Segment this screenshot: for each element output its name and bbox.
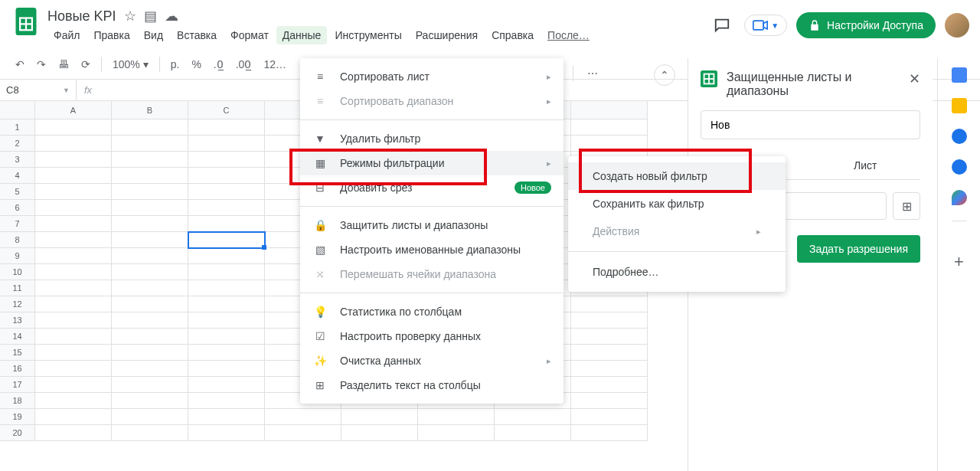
menu-edit[interactable]: Правка — [87, 26, 136, 44]
filter-views-item[interactable]: ▦Режимы фильтрации▸ — [300, 151, 564, 175]
row-header[interactable]: 2 — [0, 136, 35, 152]
cell[interactable] — [35, 136, 112, 152]
cell[interactable] — [112, 168, 188, 184]
cell[interactable] — [112, 345, 188, 361]
cell[interactable] — [188, 248, 265, 264]
cell[interactable] — [188, 216, 265, 232]
remove-filter-item[interactable]: ▼Удалить фильтр — [300, 126, 564, 151]
cloud-icon[interactable]: ☁ — [165, 8, 178, 25]
cell[interactable] — [341, 425, 418, 441]
cell[interactable] — [571, 377, 648, 393]
cell[interactable] — [188, 425, 265, 441]
cell[interactable] — [188, 377, 265, 393]
cell[interactable] — [35, 377, 112, 393]
cell[interactable] — [188, 345, 265, 361]
menu-format[interactable]: Формат — [224, 26, 275, 44]
cell[interactable] — [112, 264, 188, 280]
cell[interactable] — [112, 296, 188, 312]
cell[interactable] — [571, 296, 648, 312]
percent-button[interactable]: % — [187, 55, 205, 74]
column-header[interactable]: C — [188, 101, 265, 119]
sheets-logo[interactable] — [11, 6, 41, 37]
cell[interactable] — [188, 296, 265, 312]
cell[interactable] — [112, 393, 188, 409]
keep-icon[interactable] — [952, 98, 967, 113]
cell[interactable] — [112, 232, 188, 248]
cell[interactable] — [35, 248, 112, 264]
cell[interactable] — [188, 329, 265, 345]
cell[interactable] — [35, 119, 112, 136]
cell[interactable] — [35, 345, 112, 361]
row-header[interactable]: 16 — [0, 361, 35, 377]
cell[interactable] — [571, 361, 648, 377]
row-header[interactable]: 17 — [0, 377, 35, 393]
cell[interactable] — [265, 425, 341, 441]
maps-icon[interactable] — [952, 190, 967, 205]
cell[interactable] — [35, 264, 112, 280]
menu-data[interactable]: Данные — [276, 26, 328, 44]
cell[interactable] — [112, 280, 188, 296]
cell[interactable] — [571, 119, 648, 136]
row-header[interactable]: 6 — [0, 200, 35, 216]
calendar-icon[interactable] — [952, 67, 967, 83]
row-header[interactable]: 11 — [0, 280, 35, 296]
contacts-icon[interactable] — [952, 159, 967, 175]
add-slicer-item[interactable]: ⊟Добавить срезНовое — [300, 175, 564, 200]
column-header[interactable]: A — [35, 101, 112, 119]
protect-item[interactable]: 🔒Защитить листы и диапазоны — [300, 213, 564, 237]
cell[interactable] — [188, 264, 265, 280]
row-header[interactable]: 3 — [0, 152, 35, 168]
cell[interactable] — [112, 409, 188, 425]
cell[interactable] — [188, 119, 265, 136]
set-permissions-button[interactable]: Задать разрешения — [797, 235, 920, 263]
cell[interactable] — [112, 119, 188, 136]
row-header[interactable]: 13 — [0, 312, 35, 329]
cell[interactable] — [112, 136, 188, 152]
row-header[interactable]: 5 — [0, 184, 35, 200]
menu-extensions[interactable]: Расширения — [410, 26, 484, 44]
share-button[interactable]: Настройки Доступа — [796, 12, 936, 38]
cell[interactable] — [35, 168, 112, 184]
cell[interactable] — [35, 312, 112, 329]
row-header[interactable]: 10 — [0, 264, 35, 280]
cell[interactable] — [571, 425, 648, 441]
cell[interactable] — [188, 393, 265, 409]
close-icon[interactable]: ✕ — [909, 70, 920, 87]
star-icon[interactable]: ☆ — [124, 8, 136, 25]
cell[interactable] — [571, 409, 648, 425]
cell[interactable] — [188, 232, 265, 248]
meet-button[interactable]: ▼ — [744, 15, 787, 36]
cell[interactable] — [571, 345, 648, 361]
row-header[interactable]: 20 — [0, 425, 35, 441]
named-ranges-item[interactable]: ▧Настроить именованные диапазоны — [300, 237, 564, 262]
tab-sheet[interactable]: Лист — [811, 152, 921, 179]
cell[interactable] — [35, 280, 112, 296]
create-filter-item[interactable]: Создать новый фильтр — [568, 162, 786, 190]
document-title[interactable]: Новые KPI — [47, 8, 116, 25]
row-header[interactable]: 14 — [0, 329, 35, 345]
cell[interactable] — [112, 216, 188, 232]
cell[interactable] — [341, 409, 418, 425]
menu-tools[interactable]: Инструменты — [328, 26, 407, 44]
cell[interactable] — [112, 200, 188, 216]
move-icon[interactable]: ▤ — [144, 8, 157, 25]
row-header[interactable]: 7 — [0, 216, 35, 232]
cell[interactable] — [35, 409, 112, 425]
cell[interactable] — [35, 216, 112, 232]
row-header[interactable]: 18 — [0, 393, 35, 409]
row-header[interactable]: 4 — [0, 168, 35, 184]
name-box[interactable]: C8▼ — [0, 80, 77, 100]
data-cleanup-item[interactable]: ✨Очистка данных▸ — [300, 348, 564, 373]
collapse-toolbar-icon[interactable]: ⌃ — [654, 64, 675, 86]
undo-icon[interactable]: ↶ — [11, 55, 29, 74]
cell[interactable] — [495, 425, 571, 441]
cell[interactable] — [35, 184, 112, 200]
row-header[interactable]: 12 — [0, 296, 35, 312]
cell[interactable] — [35, 200, 112, 216]
cell[interactable] — [418, 409, 495, 425]
row-header[interactable]: 8 — [0, 232, 35, 248]
select-range-icon[interactable]: ⊞ — [893, 192, 920, 220]
menu-help[interactable]: Справка — [485, 26, 540, 44]
cell[interactable] — [35, 232, 112, 248]
add-addon-icon[interactable]: + — [954, 252, 964, 272]
